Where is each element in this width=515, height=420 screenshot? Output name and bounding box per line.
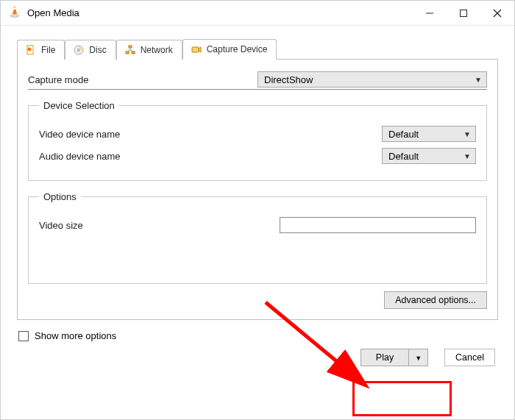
network-icon — [124, 44, 136, 56]
svg-rect-0 — [14, 8, 15, 10]
close-button[interactable] — [480, 1, 514, 26]
video-size-input[interactable] — [280, 217, 476, 233]
tab-file[interactable]: File — [17, 40, 65, 60]
audio-device-dropdown[interactable]: Default ▼ — [382, 148, 476, 164]
show-more-options-checkbox[interactable] — [18, 331, 29, 341]
capture-device-icon — [191, 43, 202, 55]
chevron-down-icon: ▼ — [464, 152, 471, 160]
tab-disc[interactable]: Disc — [65, 40, 116, 60]
svg-rect-12 — [132, 51, 135, 54]
dialog-footer: Play ▼ Cancel — [17, 349, 498, 366]
annotation-highlight-box — [352, 381, 452, 416]
options-group: Options Video size — [28, 191, 487, 284]
svg-rect-11 — [126, 51, 129, 54]
tab-label: Capture Device — [207, 44, 268, 54]
app-icon — [8, 5, 21, 21]
options-legend: Options — [39, 191, 81, 202]
play-button-label: Play — [376, 352, 394, 363]
video-device-dropdown[interactable]: Default ▼ — [382, 126, 476, 142]
play-dropdown-button[interactable]: ▼ — [409, 349, 428, 366]
tab-strip: File Disc Network Capture Device — [17, 38, 498, 60]
advanced-options-button[interactable]: Advanced options... — [384, 291, 487, 309]
device-selection-legend: Device Selection — [39, 100, 119, 111]
cancel-button[interactable]: Cancel — [444, 349, 495, 366]
play-button[interactable]: Play — [360, 349, 409, 366]
tab-capture-device[interactable]: Capture Device — [182, 39, 277, 60]
capture-mode-value: DirectShow — [264, 74, 313, 85]
device-selection-group: Device Selection Video device name Defau… — [28, 100, 487, 181]
minimize-button[interactable] — [413, 1, 447, 26]
svg-rect-16 — [192, 47, 199, 52]
play-split-button: Play ▼ — [360, 349, 428, 366]
video-device-value: Default — [388, 129, 419, 140]
titlebar: Open Media — [1, 1, 514, 26]
disc-icon — [73, 44, 85, 56]
audio-device-value: Default — [388, 151, 419, 162]
tab-label: Disc — [89, 45, 106, 55]
window-title: Open Media — [27, 7, 79, 18]
chevron-down-icon: ▼ — [415, 355, 422, 362]
video-device-label: Video device name — [39, 129, 120, 140]
advanced-options-label: Advanced options... — [395, 295, 476, 305]
svg-rect-10 — [129, 46, 132, 48]
tab-label: File — [41, 45, 55, 55]
svg-rect-3 — [461, 10, 467, 16]
file-icon — [25, 44, 37, 56]
tab-label: Network — [141, 45, 173, 55]
video-size-label: Video size — [39, 220, 280, 231]
tab-network[interactable]: Network — [116, 40, 182, 60]
capture-mode-label: Capture mode — [28, 74, 258, 85]
cancel-button-label: Cancel — [455, 352, 484, 363]
show-more-options-label: Show more options — [35, 330, 116, 341]
capture-device-panel: Capture mode DirectShow ▼ Device Selecti… — [17, 60, 498, 320]
maximize-button[interactable] — [447, 1, 480, 26]
svg-point-7 — [28, 48, 32, 51]
chevron-down-icon: ▼ — [475, 76, 482, 84]
svg-point-1 — [10, 15, 19, 18]
audio-device-label: Audio device name — [39, 151, 121, 162]
chevron-down-icon: ▼ — [464, 130, 471, 138]
capture-mode-dropdown[interactable]: DirectShow ▼ — [258, 71, 487, 88]
